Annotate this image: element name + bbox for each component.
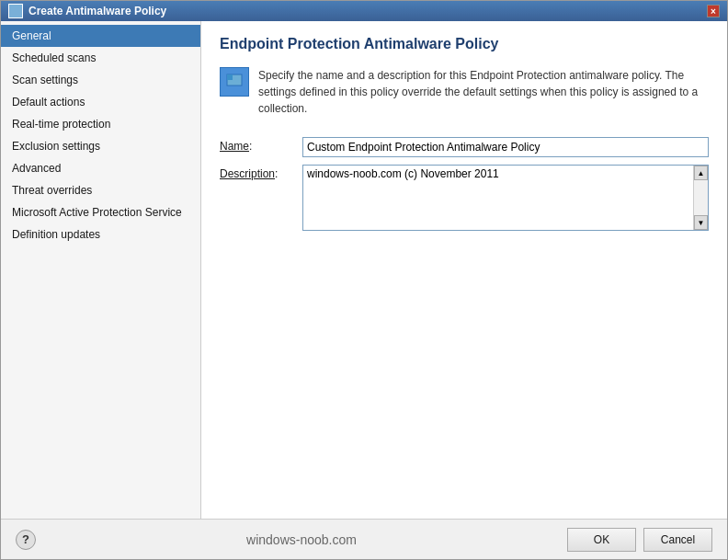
dialog-body: General Scheduled scans Scan settings De… (1, 21, 727, 519)
main-content: Endpoint Protection Antimalware Policy S… (201, 21, 727, 519)
sidebar-item-exclusion-settings[interactable]: Exclusion settings (1, 135, 200, 157)
sidebar-item-definition-updates[interactable]: Definition updates (1, 223, 200, 246)
watermark: windows-noob.com (36, 532, 567, 547)
dialog-title: Create Antimalware Policy (28, 5, 166, 17)
footer-left: ? (16, 530, 36, 550)
scroll-down-btn[interactable]: ▼ (694, 215, 708, 230)
sidebar-item-general[interactable]: General (1, 25, 200, 47)
sidebar-item-threat-overrides[interactable]: Threat overrides (1, 179, 200, 201)
help-button[interactable]: ? (16, 530, 36, 550)
name-label: Name: (220, 137, 302, 153)
title-bar: Create Antimalware Policy × (1, 1, 727, 21)
name-row: Name: (220, 137, 709, 157)
title-bar-left: Create Antimalware Policy (8, 4, 166, 18)
textarea-scrollbar: ▲ ▼ (693, 166, 708, 230)
info-icon (220, 67, 249, 97)
sidebar-item-microsoft-active-protection[interactable]: Microsoft Active Protection Service (1, 201, 200, 223)
name-input[interactable] (302, 137, 709, 157)
create-antimalware-dialog: Create Antimalware Policy × General Sche… (0, 0, 728, 560)
sidebar-item-scheduled-scans[interactable]: Scheduled scans (1, 47, 200, 69)
sidebar: General Scheduled scans Scan settings De… (1, 21, 201, 519)
description-wrapper: ▲ ▼ (302, 165, 709, 231)
info-box: Specify the name and a description for t… (220, 63, 709, 120)
scroll-up-btn[interactable]: ▲ (694, 166, 708, 180)
close-button[interactable]: × (707, 5, 720, 17)
description-label: Description: (220, 165, 302, 180)
sidebar-item-real-time-protection[interactable]: Real-time protection (1, 113, 200, 135)
description-row: Description: ▲ ▼ (220, 165, 709, 231)
scroll-track (694, 180, 708, 215)
dialog-icon (8, 4, 23, 18)
sidebar-item-advanced[interactable]: Advanced (1, 157, 200, 179)
sidebar-item-default-actions[interactable]: Default actions (1, 91, 200, 113)
page-title: Endpoint Protection Antimalware Policy (220, 36, 709, 52)
svg-rect-1 (227, 74, 233, 80)
dialog-footer: ? windows-noob.com OK Cancel (1, 519, 727, 559)
description-textarea[interactable] (303, 166, 693, 230)
cancel-button[interactable]: Cancel (643, 528, 712, 552)
footer-buttons: OK Cancel (567, 528, 712, 552)
info-description: Specify the name and a description for t… (258, 67, 709, 117)
ok-button[interactable]: OK (567, 528, 636, 552)
form-table: Name: Description: ▲ ▼ (220, 137, 709, 231)
sidebar-item-scan-settings[interactable]: Scan settings (1, 69, 200, 91)
